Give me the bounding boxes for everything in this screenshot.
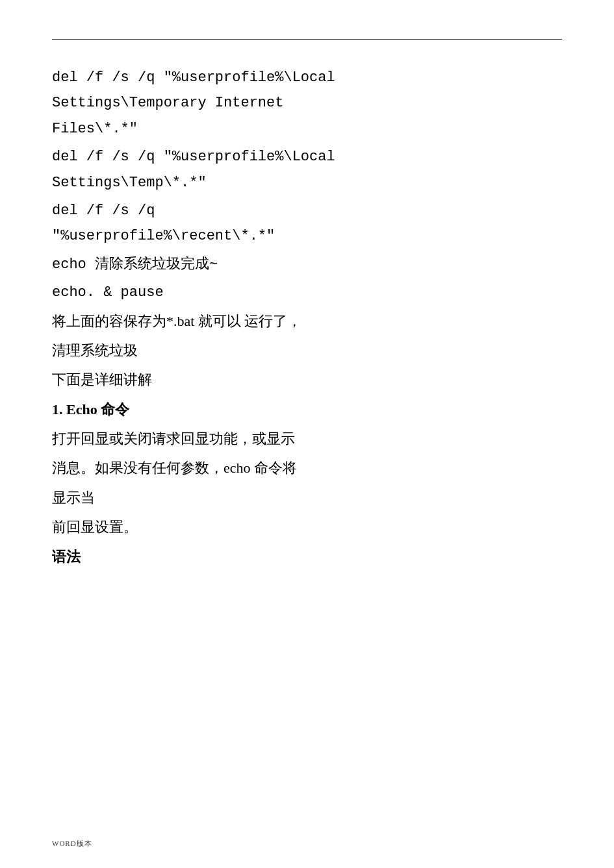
text-line: 下面是详细讲解	[52, 367, 562, 391]
code-block-2: del /f /s /q "%userprofile%\Local Settin…	[52, 145, 562, 195]
code-line: echo. & pause	[52, 280, 562, 304]
text-section-4: 1. Echo 命令	[52, 397, 562, 421]
text-line: 将上面的容保存为*.bat 就可以 运行了，	[52, 309, 562, 333]
text-line: 前回显设置。	[52, 515, 562, 539]
code-line: Settings\Temp\*.*"	[52, 171, 562, 195]
code-block-5: echo. & pause	[52, 280, 562, 304]
code-line: "%userprofile%\recent\*.*"	[52, 224, 562, 248]
code-line: Settings\Temporary Internet	[52, 91, 562, 115]
code-block-1: del /f /s /q "%userprofile%\Local Settin…	[52, 66, 562, 141]
text-section-7: 语法	[52, 545, 562, 569]
text-section-3: 下面是详细讲解	[52, 367, 562, 391]
text-line: 打开回显或关闭请求回显功能，或显示	[52, 427, 562, 451]
word-version-label: WORD版本	[52, 839, 92, 849]
heading-echo: 1. Echo 命令	[52, 397, 562, 421]
code-block-4: echo 清除系统垃圾完成~	[52, 253, 562, 277]
page-container: del /f /s /q "%userprofile%\Local Settin…	[0, 0, 614, 868]
text-section-5: 打开回显或关闭请求回显功能，或显示 消息。如果没有任何参数，echo 命令将 显…	[52, 427, 562, 510]
code-line: echo 清除系统垃圾完成~	[52, 253, 562, 277]
text-section-2: 清理系统垃圾	[52, 338, 562, 362]
code-line: del /f /s /q "%userprofile%\Local	[52, 66, 562, 90]
text-section-6: 前回显设置。	[52, 515, 562, 539]
code-line: del /f /s /q "%userprofile%\Local	[52, 145, 562, 169]
divider-line	[52, 39, 562, 40]
text-section-1: 将上面的容保存为*.bat 就可以 运行了，	[52, 309, 562, 333]
heading-syntax: 语法	[52, 545, 562, 569]
text-line: 清理系统垃圾	[52, 338, 562, 362]
code-block-3: del /f /s /q "%userprofile%\recent\*.*"	[52, 199, 562, 249]
code-line: Files\*.*"	[52, 117, 562, 141]
text-line: 消息。如果没有任何参数，echo 命令将	[52, 456, 562, 480]
text-line: 显示当	[52, 486, 562, 510]
code-line: del /f /s /q	[52, 199, 562, 223]
